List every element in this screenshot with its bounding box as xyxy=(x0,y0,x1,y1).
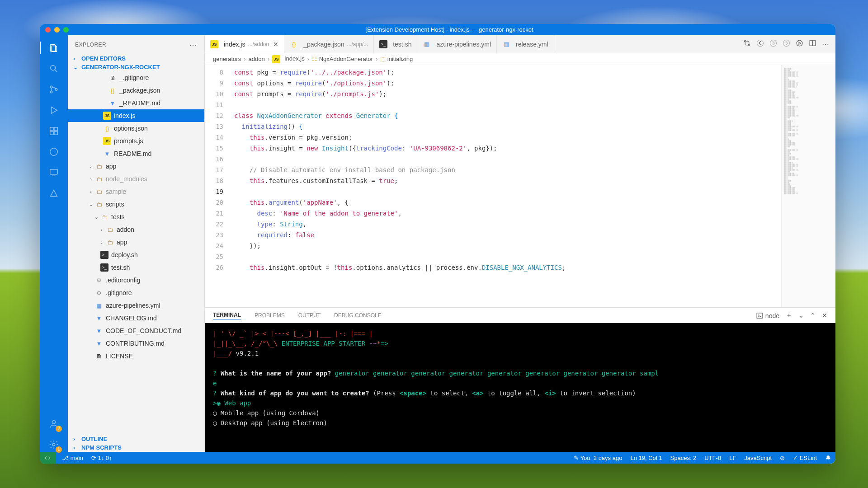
svg-point-12 xyxy=(744,40,746,42)
new-terminal-icon[interactable]: ＋ xyxy=(786,311,792,319)
breadcrumb[interactable]: generators›addon›JS index.js›☷ NgxAddonG… xyxy=(205,53,835,65)
sidebar-header: EXPLORER⋯ xyxy=(68,35,204,54)
svg-point-14 xyxy=(757,40,763,46)
tree-item[interactable]: ⚙.gitignore xyxy=(68,286,204,299)
minimap[interactable]: █▌▌ ▌▌▌█ ▌█▌▌ ▌▌▌█▌▌ ▌▌▌█ ▌▌█▌ ▌▌▌█▌▌ ▌▌… xyxy=(781,65,835,307)
eol[interactable]: LF xyxy=(729,455,736,461)
window-title: [Extension Development Host] - index.js … xyxy=(69,26,830,33)
remote-explorer-icon[interactable] xyxy=(47,165,61,180)
section-npm-scripts[interactable]: ›NPM SCRIPTS xyxy=(68,443,204,452)
tree-item[interactable]: ▼CHANGELOG.md xyxy=(68,312,204,324)
tree-item[interactable]: ⌄🗀tests xyxy=(68,211,204,223)
tree-item[interactable]: JSindex.js xyxy=(68,109,204,122)
svg-point-0 xyxy=(51,66,56,70)
tree-item[interactable]: JSprompts.js xyxy=(68,135,204,147)
editor-tab[interactable]: >_test.sh xyxy=(374,35,417,53)
svg-rect-5 xyxy=(50,131,53,135)
panel: TERMINALPROBLEMSOUTPUTDEBUG CONSOLE node… xyxy=(205,307,835,452)
tree-item[interactable]: ▼_README.md xyxy=(68,97,204,109)
notifications-icon[interactable]: 🔔︎ xyxy=(825,455,831,461)
nav-fwd-icon[interactable] xyxy=(769,39,777,49)
svg-rect-19 xyxy=(757,313,763,318)
tree-item[interactable]: {}_package.json xyxy=(68,84,204,97)
close-window-icon[interactable] xyxy=(45,27,51,33)
sidebar: EXPLORER⋯ ›OPEN EDITORS ⌄GENERATOR-NGX-R… xyxy=(68,35,205,452)
search-icon[interactable] xyxy=(47,61,61,76)
tree-item[interactable]: ⌄🗀scripts xyxy=(68,198,204,211)
panel-tab[interactable]: TERMINAL xyxy=(213,312,241,319)
tree-item[interactable]: >_test.sh xyxy=(68,261,204,274)
editor-tab[interactable]: ▦azure-pipelines.yml xyxy=(417,35,497,53)
svg-rect-7 xyxy=(54,127,57,131)
editor-tab[interactable]: ▦release.yml xyxy=(497,35,554,53)
svg-point-11 xyxy=(52,443,55,446)
tree-item[interactable]: {}options.json xyxy=(68,122,204,135)
extensions-icon[interactable] xyxy=(47,124,61,138)
terminal-dropdown-icon[interactable]: ⌄ xyxy=(798,312,804,319)
section-open-editors[interactable]: ›OPEN EDITORS xyxy=(68,54,204,63)
accounts-icon[interactable]: 2 xyxy=(47,417,61,431)
section-outline[interactable]: ›OUTLINE xyxy=(68,435,204,443)
terminal[interactable]: | ' \/ _` |> < |---< [_,_] |___ |-: |===… xyxy=(205,323,835,452)
prettier-status[interactable]: ⊘ xyxy=(780,455,785,461)
nav-back-icon[interactable] xyxy=(756,39,764,49)
run-debug-icon[interactable] xyxy=(47,103,61,117)
tree-item[interactable]: ▼README.md xyxy=(68,147,204,160)
svg-rect-4 xyxy=(50,127,53,131)
tree-item[interactable]: ›🗀app xyxy=(68,236,204,249)
remote-indicator[interactable] xyxy=(40,452,56,464)
tree-item[interactable]: ▼CODE_OF_CONDUCT.md xyxy=(68,324,204,337)
svg-point-13 xyxy=(748,44,750,46)
code-area[interactable]: const pkg = require('../../package.json'… xyxy=(230,65,781,307)
language-mode[interactable]: JavaScript xyxy=(744,455,772,461)
editor-tabs: JSindex.js.../addon✕{}_package.json.../a… xyxy=(205,35,835,53)
tree-item[interactable]: ›🗀addon xyxy=(68,223,204,236)
encoding[interactable]: UTF-8 xyxy=(704,455,721,461)
tree-item[interactable]: ▼CONTRIBUTING.md xyxy=(68,337,204,350)
more-icon[interactable]: ⋯ xyxy=(822,40,829,48)
settings-icon[interactable]: 1 xyxy=(47,437,61,452)
git-compare-icon[interactable] xyxy=(743,39,751,49)
eslint-status[interactable]: ✓ ESLint xyxy=(793,455,817,461)
titlebar: [Extension Development Host] - index.js … xyxy=(40,24,835,35)
editor-tab[interactable]: {}_package.json.../app/... xyxy=(284,35,374,53)
tree-item[interactable]: ›🗀app xyxy=(68,160,204,173)
terminal-shell[interactable]: node xyxy=(756,312,779,319)
run-icon[interactable] xyxy=(796,39,803,49)
tree-item[interactable]: ▦azure-pipelines.yml xyxy=(68,299,204,312)
panel-tab[interactable]: OUTPUT xyxy=(298,312,321,319)
git-blame[interactable]: ✎ You, 2 days ago xyxy=(574,455,622,461)
svg-point-15 xyxy=(770,40,776,46)
close-panel-icon[interactable]: ✕ xyxy=(822,312,827,319)
explorer-icon[interactable] xyxy=(47,41,61,55)
github-icon[interactable] xyxy=(47,145,61,159)
tree-item[interactable]: ›🗀sample xyxy=(68,185,204,198)
panel-tab[interactable]: PROBLEMS xyxy=(255,312,285,319)
source-control-icon[interactable] xyxy=(47,82,61,97)
editor-tab[interactable]: JSindex.js.../addon✕ xyxy=(205,35,284,53)
azure-icon[interactable] xyxy=(47,186,61,201)
svg-point-10 xyxy=(52,421,55,424)
activity-bar: 2 1 xyxy=(40,35,68,452)
zoom-window-icon[interactable] xyxy=(63,27,69,33)
tree-item[interactable]: ›🗀node_modules xyxy=(68,173,204,185)
status-bar: ⎇ main ⟳ 1↓ 0↑ ✎ You, 2 days ago Ln 19, … xyxy=(40,452,835,464)
panel-tab[interactable]: DEBUG CONSOLE xyxy=(334,312,382,319)
gutter: 891011121314151617181920212223242526 xyxy=(205,65,230,307)
section-folder[interactable]: ⌄GENERATOR-NGX-ROCKET xyxy=(68,63,204,71)
sync-indicator[interactable]: ⟳ 1↓ 0↑ xyxy=(91,455,112,461)
svg-point-1 xyxy=(50,86,52,88)
branch-indicator[interactable]: ⎇ main xyxy=(62,455,83,461)
svg-point-16 xyxy=(783,40,789,46)
nav-fwd-icon[interactable] xyxy=(783,39,790,49)
indentation[interactable]: Spaces: 2 xyxy=(670,455,697,461)
tree-item[interactable]: 🗎LICENSE xyxy=(68,350,204,362)
cursor-position[interactable]: Ln 19, Col 1 xyxy=(630,455,662,461)
tree-item[interactable]: 🗎_.gitignore xyxy=(68,71,204,84)
split-editor-icon[interactable] xyxy=(809,39,816,49)
tree-item[interactable]: >_deploy.sh xyxy=(68,249,204,261)
minimize-window-icon[interactable] xyxy=(54,27,60,33)
maximize-panel-icon[interactable]: ⌃ xyxy=(810,312,816,319)
more-icon[interactable]: ⋯ xyxy=(189,40,197,50)
tree-item[interactable]: ⚙.editorconfig xyxy=(68,274,204,286)
